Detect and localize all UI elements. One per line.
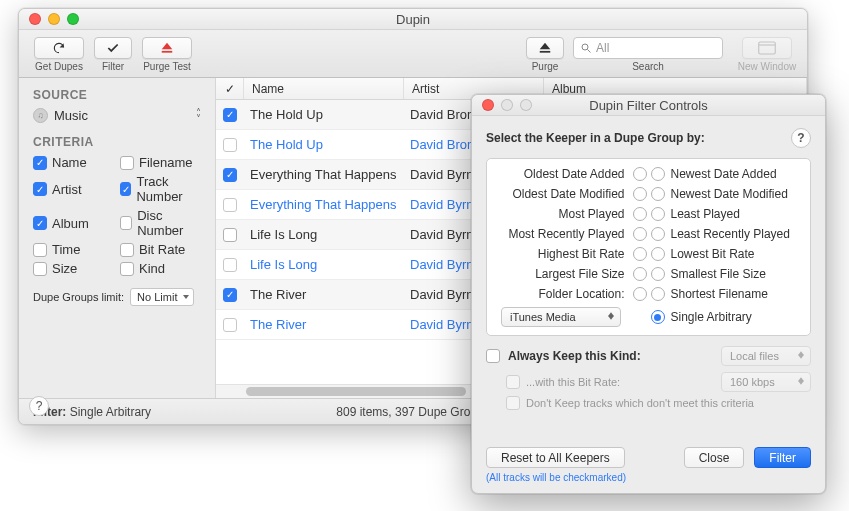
checkbox-icon <box>120 156 134 170</box>
dupe-limit-select[interactable]: No Limit <box>130 288 194 306</box>
always-keep-checkbox[interactable] <box>486 349 500 363</box>
filter-close-window-button[interactable] <box>482 99 494 111</box>
criteria-name[interactable]: ✓Name <box>33 155 114 170</box>
radio-most-played[interactable]: Most Played <box>497 207 647 221</box>
new-window-button[interactable]: New Window <box>737 37 797 72</box>
source-selector[interactable]: ♫ Music ˄˅ <box>33 108 201 123</box>
check-icon <box>94 37 132 59</box>
radio-icon <box>633 287 647 301</box>
criteria-album[interactable]: ✓Album <box>33 208 114 238</box>
row-name: The Hold Up <box>244 137 404 152</box>
col-check[interactable]: ✓ <box>216 78 244 99</box>
radio-oldest-date-modified[interactable]: Oldest Date Modified <box>497 187 647 201</box>
row-name: Everything That Happens <box>244 167 404 182</box>
always-keep-kind-select[interactable]: Local files <box>721 346 811 366</box>
checkbox-icon <box>120 262 134 276</box>
close-button[interactable]: Close <box>684 447 745 468</box>
radio-icon <box>651 287 665 301</box>
radio-icon <box>651 227 665 241</box>
row-name: Life Is Long <box>244 227 404 242</box>
filter-titlebar: Dupin Filter Controls <box>472 95 825 116</box>
purge-test-button[interactable]: Purge Test <box>137 37 197 72</box>
checkbox-icon: ✓ <box>120 182 131 196</box>
criteria-track-number[interactable]: ✓Track Number <box>120 174 201 204</box>
keeper-radio-group: Oldest Date AddedNewest Date AddedOldest… <box>486 158 811 336</box>
radio-shortest-filename[interactable]: Shortest Filename <box>651 287 801 301</box>
row-checkbox[interactable] <box>223 228 237 242</box>
svg-rect-0 <box>162 51 173 53</box>
search-input[interactable]: All <box>573 37 723 59</box>
close-window-button[interactable] <box>29 13 41 25</box>
radio-least-played[interactable]: Least Played <box>651 207 801 221</box>
filter-apply-button[interactable]: Filter <box>754 447 811 468</box>
radio-icon <box>633 187 647 201</box>
reset-note: (All tracks will be checkmarked) <box>486 472 811 483</box>
row-name: Life Is Long <box>244 257 404 272</box>
radio-icon <box>651 207 665 221</box>
dont-keep-checkbox <box>506 396 520 410</box>
purge-button[interactable]: Purge <box>523 37 567 72</box>
search-label: Search <box>632 61 664 72</box>
row-checkbox[interactable]: ✓ <box>223 288 237 302</box>
criteria-filename[interactable]: Filename <box>120 155 201 170</box>
radio-icon <box>651 247 665 261</box>
radio-newest-date-modified[interactable]: Newest Date Modified <box>651 187 801 201</box>
row-checkbox[interactable] <box>223 138 237 152</box>
radio-folder-location-[interactable]: Folder Location: <box>497 287 647 301</box>
help-button[interactable]: ? <box>29 396 49 398</box>
filter-controls-window: Dupin Filter Controls Select the Keeper … <box>471 94 826 494</box>
row-checkbox[interactable] <box>223 198 237 212</box>
criteria-kind[interactable]: Kind <box>120 261 201 276</box>
source-header: SOURCE <box>33 88 201 102</box>
folder-location-select[interactable]: iTunes Media <box>501 307 621 327</box>
row-name: The Hold Up <box>244 107 404 122</box>
radio-icon <box>651 187 665 201</box>
criteria-bit-rate[interactable]: Bit Rate <box>120 242 201 257</box>
checkbox-icon <box>33 243 47 257</box>
new-window-icon <box>742 37 792 59</box>
bitrate-select: 160 kbps <box>721 372 811 392</box>
radio-most-recently-played[interactable]: Most Recently Played <box>497 227 647 241</box>
row-name: The River <box>244 317 404 332</box>
svg-rect-1 <box>540 51 551 53</box>
criteria-time[interactable]: Time <box>33 242 114 257</box>
stepper-icon[interactable]: ˄˅ <box>196 110 201 122</box>
filter-button[interactable]: Filter <box>89 37 137 72</box>
criteria-disc-number[interactable]: Disc Number <box>120 208 201 238</box>
eject-red-icon <box>142 37 192 59</box>
criteria-artist[interactable]: ✓Artist <box>33 174 114 204</box>
zoom-window-button[interactable] <box>67 13 79 25</box>
bitrate-checkbox <box>506 375 520 389</box>
row-checkbox[interactable]: ✓ <box>223 258 237 272</box>
radio-icon <box>633 267 647 281</box>
radio-highest-bit-rate[interactable]: Highest Bit Rate <box>497 247 647 261</box>
source-value: Music <box>54 108 88 123</box>
dupe-limit-label: Dupe Groups limit: <box>33 291 124 303</box>
checkbox-icon: ✓ <box>33 182 47 196</box>
criteria-size[interactable]: Size <box>33 261 114 276</box>
minimize-window-button[interactable] <box>48 13 60 25</box>
row-checkbox[interactable]: ✓ <box>223 168 237 182</box>
radio-largest-file-size[interactable]: Largest File Size <box>497 267 647 281</box>
radio-smallest-file-size[interactable]: Smallest File Size <box>651 267 801 281</box>
criteria-header: CRITERIA <box>33 135 201 149</box>
radio-icon <box>633 167 647 181</box>
reset-button[interactable]: Reset to All Keepers <box>486 447 625 468</box>
get-dupes-button[interactable]: Get Dupes <box>29 37 89 72</box>
checkbox-icon <box>120 216 132 230</box>
radio-oldest-date-added[interactable]: Oldest Date Added <box>497 167 647 181</box>
radio-lowest-bit-rate[interactable]: Lowest Bit Rate <box>651 247 801 261</box>
row-checkbox[interactable]: ✓ <box>223 108 237 122</box>
scrollbar-thumb[interactable] <box>246 387 466 396</box>
radio-icon <box>633 207 647 221</box>
bitrate-label: ...with this Bit Rate: <box>526 376 620 388</box>
radio-icon <box>651 267 665 281</box>
row-checkbox[interactable] <box>223 318 237 332</box>
search-icon <box>580 42 592 54</box>
radio-newest-date-added[interactable]: Newest Date Added <box>651 167 801 181</box>
col-name[interactable]: Name <box>244 78 404 99</box>
radio-least-recently-played[interactable]: Least Recently Played <box>651 227 801 241</box>
radio-single-arbitrary[interactable]: Single Arbitrary <box>651 307 801 327</box>
filter-help-button[interactable]: ? <box>791 128 811 148</box>
filter-status-value: Single Arbitrary <box>70 405 151 419</box>
